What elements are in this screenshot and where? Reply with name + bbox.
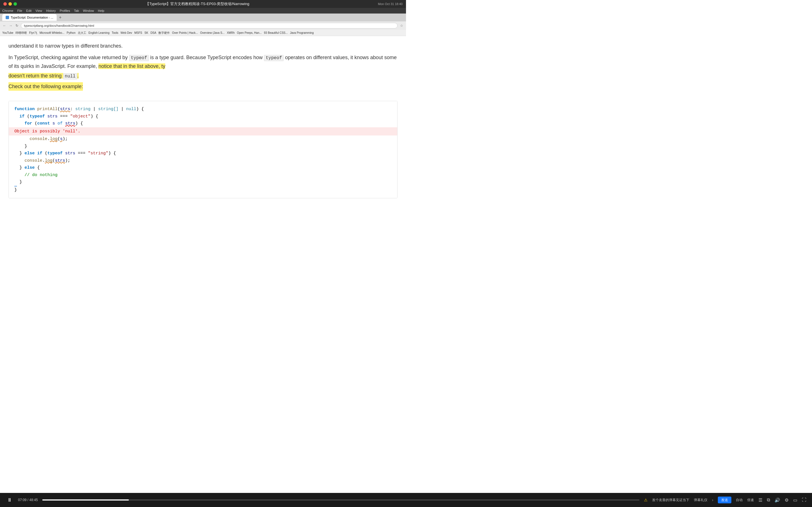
- menu-tab[interactable]: Tab: [74, 9, 79, 12]
- bookmark-dsa[interactable]: DSA: [151, 31, 156, 34]
- tab-favicon: [6, 16, 9, 19]
- code-line-3: for (const s of strs) {: [14, 120, 392, 127]
- menu-window[interactable]: Window: [83, 9, 94, 12]
- bookmarks-bar: YouTube 哔哩哔哩 Flyn飞 Microsoft Whitebo... …: [0, 30, 406, 36]
- code-content: function printAll(strs: string | string[…: [9, 101, 397, 198]
- bookmark-youtube[interactable]: YouTube: [2, 31, 13, 34]
- menu-help[interactable]: Help: [98, 9, 104, 12]
- close-button[interactable]: [3, 2, 7, 6]
- code-line-6: }: [14, 143, 392, 150]
- address-input[interactable]: [21, 23, 398, 29]
- bookmark-webdev[interactable]: Web Dev: [121, 31, 132, 34]
- address-bar: ← → ↻ ☆: [0, 21, 406, 30]
- back-button[interactable]: ←: [2, 23, 7, 28]
- bookmark-msfs[interactable]: MSFS: [135, 31, 142, 34]
- menu-bar: Chrome File Edit View History Profiles T…: [0, 8, 406, 13]
- para1-text: In TypeScript, checking against the valu…: [8, 55, 129, 60]
- code-block: function printAll(strs: string | string[…: [8, 101, 398, 198]
- bookmark-whiteboard[interactable]: Microsoft Whitebo...: [40, 31, 64, 34]
- datetime-display: Mon Oct 31 18:40: [378, 2, 403, 6]
- main-content: understand it to narrow types in differe…: [0, 36, 406, 247]
- bookmark-openpeeps[interactable]: Open Peeps, Han...: [237, 31, 262, 34]
- tab-label: TypeScript: Documentation - ...: [11, 16, 53, 19]
- code-line-2: if (typeof strs === "object") {: [14, 113, 392, 120]
- code-line-1: function printAll(strs: string | string[…: [14, 106, 392, 113]
- bookmark-java-prog[interactable]: Java Programming: [290, 31, 314, 34]
- bookmark-flyn[interactable]: Flyn飞: [29, 31, 37, 35]
- check-text: Check out the following example:: [8, 82, 83, 91]
- window-controls[interactable]: [3, 2, 17, 6]
- bookmark-bilibili[interactable]: 哔哩哔哩: [15, 31, 27, 35]
- code-line-12: }: [14, 186, 17, 194]
- bookmark-overpoints[interactable]: Over Points | Hack...: [172, 31, 198, 34]
- code-line-11: }: [14, 179, 392, 186]
- bookmark-english[interactable]: English Learning: [89, 31, 110, 34]
- intro-text: understand it to narrow types in differe…: [8, 43, 123, 49]
- check-paragraph: Check out the following example:: [8, 82, 398, 97]
- para4-text: .: [77, 73, 79, 78]
- bookmark-java-overview[interactable]: Overview (Java S...: [200, 31, 225, 34]
- menu-edit[interactable]: Edit: [26, 9, 32, 12]
- highlight-paragraph: doesn't return the string null.: [8, 71, 398, 80]
- para2-text: is a type guard. Because TypeScript enco…: [149, 55, 264, 60]
- tab-bar: TypeScript: Documentation - ... +: [0, 13, 406, 21]
- typeof-code-1: typeof: [129, 55, 149, 61]
- maximize-button[interactable]: [13, 2, 17, 6]
- refresh-button[interactable]: ↻: [15, 23, 19, 28]
- menu-view[interactable]: View: [36, 9, 42, 12]
- menu-profiles[interactable]: Profiles: [60, 9, 70, 12]
- null-code: null: [63, 73, 77, 79]
- highlight-text-2: doesn't return the string: [8, 73, 63, 78]
- typeof-code-2: typeof: [264, 55, 284, 61]
- intro-paragraph: understand it to narrow types in differe…: [8, 42, 398, 50]
- error-line: Object is possibly 'null'.: [9, 127, 397, 136]
- highlight-text-1: notice that in the list above, ty: [98, 63, 165, 69]
- forward-button[interactable]: →: [8, 23, 13, 28]
- menu-history[interactable]: History: [46, 9, 56, 12]
- tab-typescript[interactable]: TypeScript: Documentation - ...: [2, 14, 57, 21]
- code-line-5: console.log(s);: [14, 135, 392, 143]
- window-title: 【TypeScript】官方文档教程阅读-TS-EP03-类型收缩/Narrow…: [17, 1, 378, 6]
- bookmark-css[interactable]: 93 Beautiful CSS...: [264, 31, 288, 34]
- bookmark-star-icon[interactable]: ☆: [399, 23, 404, 28]
- bookmark-xmrh[interactable]: XMRh: [227, 31, 235, 34]
- code-line-8: console.log(strs);: [14, 157, 392, 165]
- bookmark-pku[interactable]: 北大工: [78, 31, 86, 35]
- bookmark-digital[interactable]: 数字硬件: [158, 31, 170, 35]
- code-line-9: } else {: [14, 164, 392, 172]
- menu-chrome[interactable]: Chrome: [2, 9, 13, 12]
- new-tab-button[interactable]: +: [58, 15, 63, 20]
- code-line-10: // do nothing: [14, 172, 392, 179]
- bookmark-tools[interactable]: Tools: [112, 31, 118, 34]
- code-line-7: } else if (typeof strs === "string") {: [14, 150, 392, 157]
- bookmark-sk[interactable]: SK: [144, 31, 148, 34]
- menu-file[interactable]: File: [17, 9, 22, 12]
- bookmark-python[interactable]: Python: [67, 31, 75, 34]
- title-bar: 【TypeScript】官方文档教程阅读-TS-EP03-类型收缩/Narrow…: [0, 0, 406, 8]
- error-message: Object is possibly 'null'.: [14, 129, 80, 134]
- main-paragraph: In TypeScript, checking against the valu…: [8, 53, 398, 71]
- minimize-button[interactable]: [8, 2, 12, 6]
